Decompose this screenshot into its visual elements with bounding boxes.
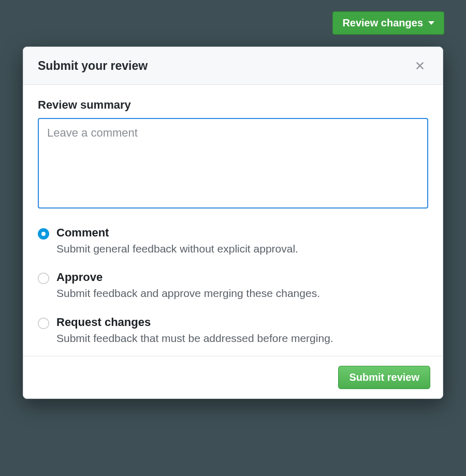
review-changes-button[interactable]: Review changes xyxy=(332,11,444,35)
option-title: Approve xyxy=(56,271,428,284)
review-changes-label: Review changes xyxy=(342,17,423,29)
option-title: Comment xyxy=(56,226,428,240)
option-description: Submit feedback that must be addressed b… xyxy=(56,331,428,346)
review-summary-label: Review summary xyxy=(38,98,428,112)
radio-comment[interactable] xyxy=(38,228,49,240)
option-text: Approve Submit feedback and approve merg… xyxy=(56,271,428,301)
submit-review-popover: Submit your review Review summary Commen… xyxy=(23,47,443,399)
review-options: Comment Submit general feedback without … xyxy=(38,226,428,346)
option-comment[interactable]: Comment Submit general feedback without … xyxy=(38,226,428,256)
option-approve[interactable]: Approve Submit feedback and approve merg… xyxy=(38,271,428,301)
option-description: Submit general feedback without explicit… xyxy=(56,242,428,256)
review-comment-input[interactable] xyxy=(38,118,428,209)
submit-review-button[interactable]: Submit review xyxy=(338,366,430,389)
popover-footer: Submit review xyxy=(23,356,443,398)
radio-approve[interactable] xyxy=(38,273,49,284)
caret-down-icon xyxy=(428,21,434,25)
submit-review-label: Submit review xyxy=(349,371,419,383)
popover-header: Submit your review xyxy=(23,47,443,85)
radio-request-changes[interactable] xyxy=(38,318,49,329)
option-title: Request changes xyxy=(56,316,428,329)
popover-body: Review summary Comment Submit general fe… xyxy=(23,85,443,356)
popover-title: Submit your review xyxy=(38,59,148,73)
option-request-changes[interactable]: Request changes Submit feedback that mus… xyxy=(38,316,428,346)
option-text: Request changes Submit feedback that mus… xyxy=(56,316,428,346)
close-button[interactable] xyxy=(412,57,428,74)
option-description: Submit feedback and approve merging thes… xyxy=(56,286,428,301)
close-icon xyxy=(414,60,426,72)
option-text: Comment Submit general feedback without … xyxy=(56,226,428,256)
